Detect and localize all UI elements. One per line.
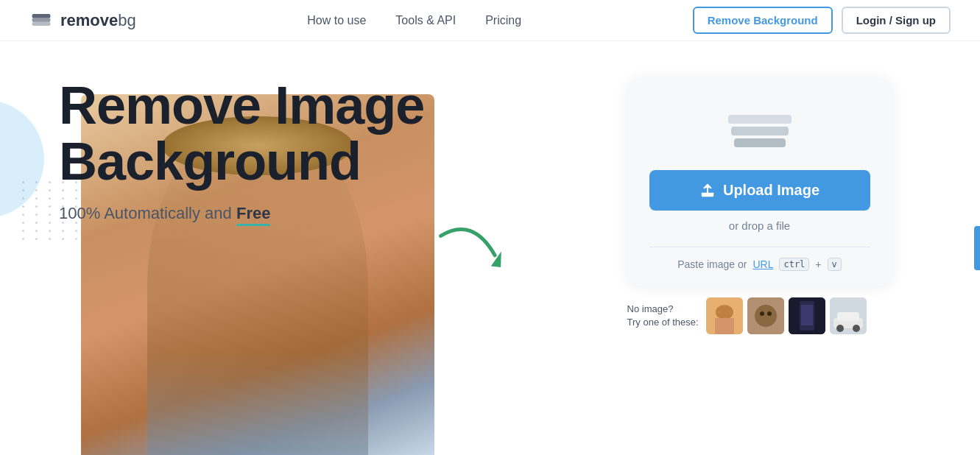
svg-point-12 (755, 305, 777, 327)
nav-link-pricing[interactable]: Pricing (485, 14, 521, 27)
svg-rect-0 (32, 21, 51, 25)
sample-images (706, 297, 867, 334)
upload-panel: Upload Image or drop a file Paste image … (627, 78, 892, 286)
paste-url-link[interactable]: URL (752, 258, 773, 270)
sample-image-3[interactable] (789, 297, 825, 334)
try-these-section: No image? Try one of these: (627, 297, 892, 334)
svg-rect-17 (801, 305, 813, 325)
logo[interactable]: removebg (29, 9, 136, 32)
svg-point-9 (716, 305, 733, 320)
remove-background-button[interactable]: Remove Background (693, 7, 833, 34)
nav-links: How to use Tools & API Pricing (307, 14, 521, 27)
upload-image-button[interactable]: Upload Image (649, 170, 870, 211)
kbd-ctrl: ctrl (779, 258, 809, 271)
paste-label: Paste image or (677, 258, 747, 270)
sample-image-2[interactable] (747, 297, 784, 334)
navbar: removebg How to use Tools & API Pricing … (0, 0, 980, 41)
svg-rect-1 (32, 18, 51, 21)
try-these-label: No image? Try one of these: (627, 303, 699, 329)
paste-area: Paste image or URL ctrl + v (649, 247, 870, 271)
nav-link-tools-api[interactable]: Tools & API (395, 14, 456, 27)
svg-rect-4 (734, 138, 786, 147)
svg-rect-2 (32, 14, 51, 18)
svg-rect-10 (715, 318, 734, 334)
hero-title: Remove Image Background (59, 78, 539, 189)
kbd-plus: + (815, 258, 821, 270)
hero-left: Remove Image Background 100% Automatical… (0, 41, 539, 223)
hero-right: Upload Image or drop a file Paste image … (539, 41, 980, 334)
svg-rect-5 (731, 127, 789, 135)
nav-link-how-to-use[interactable]: How to use (307, 14, 366, 27)
or-drop-label: or drop a file (729, 219, 790, 232)
login-signup-button[interactable]: Login / Sign up (842, 7, 951, 34)
sample-image-4[interactable] (830, 297, 867, 334)
upload-icon (699, 183, 716, 199)
svg-rect-6 (728, 115, 792, 124)
svg-point-13 (760, 311, 764, 316)
logo-icon (29, 9, 53, 32)
hero-section: Remove Image Background 100% Automatical… (0, 41, 980, 455)
layers-icon (727, 100, 793, 155)
svg-point-14 (767, 311, 772, 316)
svg-marker-3 (487, 252, 507, 271)
nav-actions: Remove Background Login / Sign up (693, 7, 951, 34)
svg-rect-20 (837, 312, 859, 321)
svg-point-21 (836, 325, 844, 332)
sample-image-1[interactable] (706, 297, 743, 334)
logo-text: removebg (60, 11, 136, 30)
svg-point-22 (853, 325, 860, 332)
kbd-v: v (828, 258, 842, 271)
